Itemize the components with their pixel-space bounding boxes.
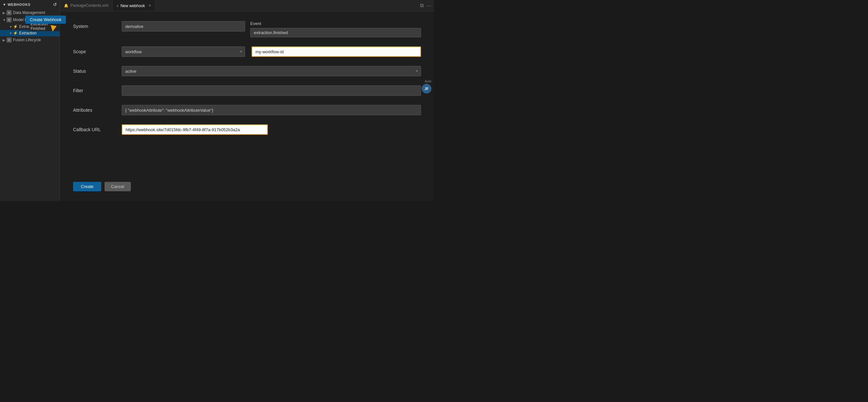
split-editor-icon[interactable]: ⧉ <box>420 3 424 8</box>
status-select[interactable]: active inactive <box>122 66 421 76</box>
status-label: Status <box>73 66 115 74</box>
filter-label: Filter <box>73 85 115 93</box>
bolt-icon: ⚡ <box>13 31 18 35</box>
user-area: Auto JF <box>422 80 431 94</box>
auto-label: Auto <box>425 80 431 83</box>
scope-select[interactable]: workflow account <box>122 47 245 57</box>
callback-url-label: Callback URL <box>73 124 115 132</box>
sidebar-item-fusion-lifecycle[interactable]: ▶ ⊞ Fusion Lifecycle <box>0 36 60 43</box>
bolt-icon: ⚡ <box>13 24 18 29</box>
tab-new-webhook[interactable]: ≡ New webhook ✕ <box>113 0 155 11</box>
sidebar-item-label: Data Management <box>13 10 57 15</box>
sidebar: ▼ Webhooks ↺ ▶ ⊞ Data Management ▼ ⊞ Mod… <box>0 0 60 201</box>
scope-label: Scope <box>73 47 115 54</box>
more-actions-icon[interactable]: ⋯ <box>426 3 431 9</box>
arrow-icon: ▼ <box>9 31 13 35</box>
sidebar-title: Webhooks <box>7 3 30 6</box>
status-controls: active inactive <box>122 66 421 76</box>
folder-icon: ⊞ <box>6 17 12 22</box>
sidebar-header: ▼ Webhooks ↺ <box>0 0 60 9</box>
scope-row: Scope workflow account <box>73 47 421 57</box>
attributes-label: Attributes <box>73 105 115 113</box>
arrow-icon: ▶ <box>3 11 6 14</box>
scope-controls: workflow account <box>122 47 421 57</box>
callback-url-row: Callback URL <box>73 124 421 135</box>
sidebar-item-data-management[interactable]: ▶ ⊞ Data Management <box>0 9 60 16</box>
create-webhook-tooltip[interactable]: Create Webhook <box>25 16 66 24</box>
tab-label: New webhook <box>120 4 145 8</box>
status-row: Status active inactive <box>73 66 421 76</box>
tab-label: PackageContents.xml <box>70 3 108 8</box>
button-row: Create Cancel <box>60 175 434 201</box>
event-label: Event <box>250 21 421 26</box>
tab-bar-actions: ⧉ ⋯ <box>420 3 434 9</box>
scope-select-wrapper: workflow account <box>122 47 245 57</box>
callback-url-controls <box>122 124 421 135</box>
event-input[interactable] <box>250 28 421 37</box>
sidebar-chevron[interactable]: ▼ <box>3 3 6 6</box>
user-avatar[interactable]: JF <box>422 84 431 94</box>
tab-package-contents[interactable]: 🔔 PackageContents.xml <box>60 0 113 11</box>
attributes-input[interactable] <box>122 105 421 115</box>
filter-controls <box>122 85 421 96</box>
tab-bar: 🔔 PackageContents.xml ≡ New webhook ✕ ⧉ … <box>60 0 434 11</box>
tab-close-icon[interactable]: ✕ <box>148 4 151 8</box>
form-area: System Event Scope workflow account <box>60 11 434 175</box>
system-row: System Event <box>73 21 421 37</box>
arrow-icon: ▶ <box>3 38 6 42</box>
cancel-button[interactable]: Cancel <box>104 182 130 191</box>
folder-icon: ⊞ <box>6 37 12 42</box>
xml-icon: 🔔 <box>64 4 68 8</box>
main-area: 🔔 PackageContents.xml ≡ New webhook ✕ ⧉ … <box>60 0 434 201</box>
folder-icon: ⊞ <box>6 10 12 15</box>
create-button[interactable]: Create <box>73 182 101 191</box>
refresh-icon[interactable]: ↺ <box>53 2 57 7</box>
system-label: System <box>73 21 115 29</box>
callback-url-input[interactable] <box>122 124 268 135</box>
system-input[interactable] <box>122 21 245 31</box>
scope-value-input[interactable] <box>252 47 421 57</box>
arrow-icon: ▼ <box>3 18 6 22</box>
attributes-controls <box>122 105 421 115</box>
arrow-icon: ▼ <box>9 25 13 29</box>
sidebar-item-label: Fusion Lifecycle <box>13 38 57 42</box>
filter-row: Filter <box>73 85 421 96</box>
attributes-row: Attributes <box>73 105 421 115</box>
sidebar-header-left: ▼ Webhooks <box>3 3 31 6</box>
filter-input[interactable] <box>122 85 421 96</box>
status-select-wrapper: active inactive <box>122 66 421 76</box>
webhook-icon: ≡ <box>117 4 119 8</box>
event-section: Event <box>250 21 421 37</box>
system-controls: Event <box>122 21 421 37</box>
